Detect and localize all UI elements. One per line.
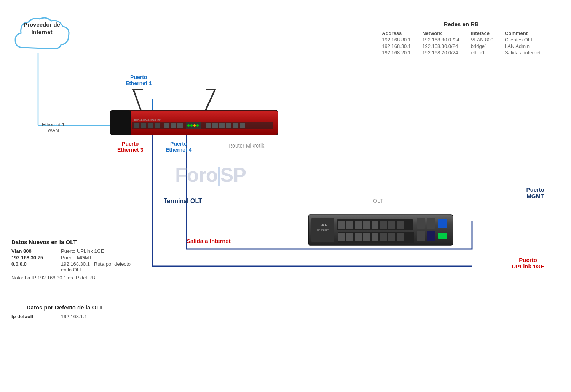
redes-table: Redes en RB Address Network Inteface Com… (382, 21, 541, 56)
router-mikrotik-drawing: ETH1 ETH2 ETH3 ETH4 (103, 87, 289, 144)
label-salida-internet: Salida a Internet (187, 238, 231, 244)
svg-rect-53 (363, 233, 370, 241)
label-router-mikrotik: Router Mikrotik (228, 143, 264, 149)
svg-rect-47 (427, 218, 435, 229)
redes-grid: Address Network Inteface Comment 192.168… (382, 30, 541, 56)
svg-rect-56 (388, 233, 395, 241)
svg-rect-28 (240, 123, 245, 128)
datos-nuevos-grid: Vlan 800 Puerto UPLink 1GE 192.168.30.75… (11, 248, 137, 273)
dd-value-0: 192.168.1.1 (61, 314, 118, 319)
table-cell-addr-1: 192.168.30.1 (382, 43, 411, 49)
dn-value-2: 192.168.30.1 Ruta por defecto en la OLT (61, 261, 137, 273)
svg-rect-60 (438, 233, 447, 239)
table-cell-addr-0: 192.168.80.1 (382, 37, 411, 43)
svg-rect-44 (388, 221, 395, 229)
dn-value-0: Puerto UPLink 1GE (61, 248, 137, 254)
svg-rect-16 (171, 123, 176, 128)
col-header-interface: Inteface (471, 30, 493, 36)
label-puerto-ethernet1: PuertoEthernet 1 (126, 74, 152, 86)
table-cell-iface-1: bridge1 (471, 43, 493, 49)
svg-rect-25 (219, 123, 225, 128)
col-header-address: Address (382, 30, 411, 36)
network-connections (0, 0, 571, 392)
datos-nuevos-nota: Nota: La IP 192.168.30.1 es IP del RB. (11, 275, 137, 281)
svg-rect-57 (397, 233, 404, 241)
datos-nuevos-section: Datos Nuevos en la OLT Vlan 800 Puerto U… (11, 239, 137, 281)
label-puerto-ethernet4: Puerto Ethernet 4 (166, 141, 191, 153)
svg-point-22 (196, 124, 199, 127)
svg-rect-45 (397, 221, 404, 229)
watermark: ForoSP (175, 163, 246, 186)
label-puerto-uplink: Puerto UPLink 1GE (512, 257, 544, 270)
table-cell-iface-0: VLAN 800 (471, 37, 493, 43)
table-cell-net-2: 192.168.20.0/24 (422, 50, 459, 56)
table-cell-comment-1: LAN Admin (505, 43, 541, 49)
table-cell-net-0: 192.168.80.0 /24 (422, 37, 459, 43)
table-cell-iface-2: ether1 (471, 50, 493, 56)
dd-label-0: Ip default (11, 314, 57, 319)
svg-point-21 (193, 124, 196, 127)
svg-rect-39 (346, 221, 353, 229)
dn-label-1: 192.168.30.75 (11, 255, 57, 260)
svg-rect-26 (226, 123, 231, 128)
svg-rect-15 (164, 123, 169, 128)
table-cell-comment-0: Clientes OLT (505, 37, 541, 43)
svg-line-3 (133, 89, 141, 110)
datos-nuevos-title: Datos Nuevos en la OLT (11, 239, 137, 245)
svg-text:tp-link: tp-link (319, 224, 327, 227)
label-puerto-ethernet3: Puerto Ethernet 3 (117, 141, 143, 153)
svg-rect-43 (380, 221, 387, 229)
label-eth1-wan: Ethernet 1 WAN (42, 122, 65, 133)
svg-rect-50 (338, 233, 345, 241)
svg-point-19 (187, 124, 190, 127)
svg-rect-12 (141, 123, 146, 128)
label-terminal-olt: Terminal OLT (164, 198, 202, 205)
dn-label-0: Vlan 800 (11, 248, 57, 254)
table-cell-comment-2: Salida a internet (505, 50, 541, 56)
datos-defecto-title: Datos por Defecto de la OLT (11, 304, 118, 311)
svg-rect-38 (338, 221, 345, 229)
redes-title: Redes en RB (382, 21, 541, 27)
svg-rect-42 (372, 221, 378, 229)
svg-rect-24 (212, 123, 218, 128)
svg-rect-11 (134, 123, 139, 128)
table-cell-net-1: 192.168.30.0/24 (422, 43, 459, 49)
dn-label-2: 0.0.0.0 (11, 261, 57, 273)
svg-rect-46 (417, 218, 425, 229)
svg-text:ETH3: ETH3 (148, 118, 155, 121)
svg-rect-17 (177, 123, 183, 128)
table-cell-addr-2: 192.168.20.1 (382, 50, 411, 56)
svg-text:GPON OLT: GPON OLT (317, 229, 329, 231)
col-header-comment: Comment (505, 30, 541, 36)
svg-text:ETH4: ETH4 (155, 118, 161, 121)
datos-defecto-section: Datos por Defecto de la OLT Ip default 1… (11, 304, 118, 319)
cloud-label: Proveedor de Internet (11, 21, 72, 36)
svg-rect-54 (372, 233, 378, 241)
dn-value-1: Puerto MGMT (61, 255, 137, 260)
svg-rect-41 (363, 221, 370, 229)
svg-rect-58 (417, 231, 425, 241)
label-puerto-mgmt: Puerto MGMT (526, 186, 544, 199)
svg-rect-23 (206, 123, 211, 128)
datos-defecto-grid: Ip default 192.168.1.1 (11, 314, 118, 319)
svg-rect-59 (427, 231, 435, 241)
svg-rect-51 (346, 233, 353, 241)
svg-rect-13 (148, 123, 153, 128)
svg-rect-40 (355, 221, 362, 229)
svg-rect-48 (438, 219, 447, 228)
olt-device-drawing: tp-link GPON OLT (308, 211, 483, 251)
svg-rect-14 (155, 123, 160, 128)
svg-rect-55 (380, 233, 387, 241)
svg-rect-10 (132, 122, 273, 129)
svg-line-5 (206, 89, 215, 110)
col-header-network: Network (422, 30, 459, 36)
svg-rect-27 (233, 123, 238, 128)
label-olt: OLT (373, 198, 383, 204)
svg-rect-9 (110, 110, 131, 135)
svg-rect-52 (355, 233, 362, 241)
svg-text:ETH2: ETH2 (141, 118, 148, 121)
svg-text:ETH1: ETH1 (134, 118, 141, 121)
svg-point-20 (190, 124, 193, 127)
